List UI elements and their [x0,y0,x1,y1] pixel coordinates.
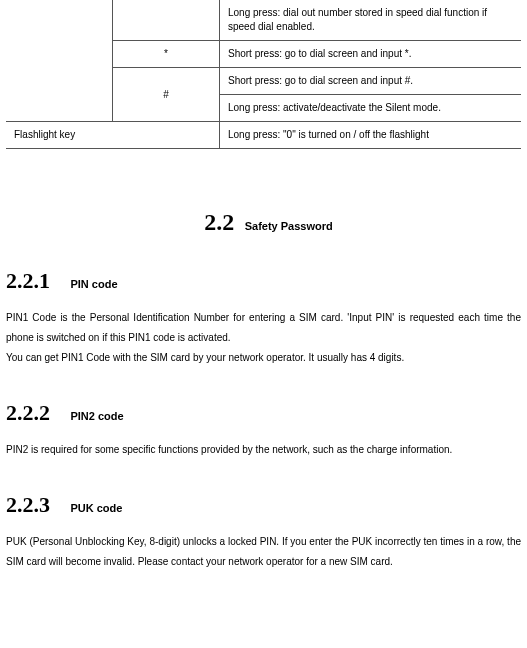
table-cell: Short press: go to dial screen and input… [220,68,522,95]
section-title: Safety Password [245,220,333,232]
subsection-number: 2.2.1 [6,268,50,293]
subsection-title: PUK code [70,502,122,514]
table-cell-empty [6,0,113,122]
section-heading: 2.2 Safety Password [6,209,521,236]
table-cell-key: * [113,41,220,68]
key-function-table: Long press: dial out number stored in sp… [6,0,521,149]
paragraph: You can get PIN1 Code with the SIM card … [6,348,521,368]
table-cell: Long press: activate/deactivate the Sile… [220,95,522,122]
table-cell: Long press: "0" is turned on / off the f… [220,122,522,149]
section-number: 2.2 [204,209,234,235]
paragraph: PIN2 is required for some specific funct… [6,440,521,460]
subsection-pin-code: 2.2.1 PIN code PIN1 Code is the Personal… [6,268,521,368]
paragraph: PUK (Personal Unblocking Key, 8-digit) u… [6,532,521,572]
subsection-pin2-code: 2.2.2 PIN2 code PIN2 is required for som… [6,400,521,460]
table-cell: Short press: go to dial screen and input… [220,41,522,68]
table-cell-key: Flashlight key [6,122,220,149]
table-cell: Long press: dial out number stored in sp… [220,0,522,41]
table-cell-key: # [113,68,220,122]
table-cell-empty [113,0,220,41]
subsection-number: 2.2.3 [6,492,50,517]
subsection-title: PIN2 code [70,410,123,422]
subsection-puk-code: 2.2.3 PUK code PUK (Personal Unblocking … [6,492,521,572]
subsection-title: PIN code [70,278,117,290]
paragraph: PIN1 Code is the Personal Identification… [6,308,521,348]
subsection-number: 2.2.2 [6,400,50,425]
